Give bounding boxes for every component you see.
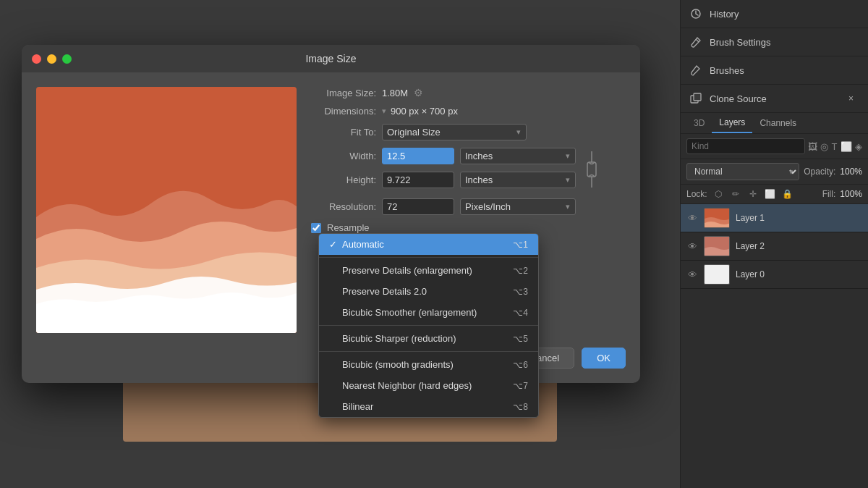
separator-2 (319, 325, 538, 326)
adjustment-icon[interactable]: ◎ (820, 138, 828, 154)
opacity-label: Opacity: (804, 167, 835, 177)
layer-item-1[interactable]: 👁 Layer 1 (681, 204, 868, 232)
dialog-title: Image Size (305, 53, 356, 64)
fit-to-wrapper: Original Size (382, 124, 527, 140)
svg-rect-4 (694, 93, 701, 101)
image-size-value: 1.80M (382, 88, 408, 98)
layer-item-0[interactable]: 👁 Layer 0 (681, 261, 868, 289)
resolution-input[interactable] (382, 198, 454, 215)
layers-tabs: 3D Layers Channels (681, 113, 868, 134)
width-label: Width: (311, 151, 376, 161)
ok-button[interactable]: OK (582, 348, 626, 369)
lock-label: Lock: (686, 189, 707, 199)
lock-transparent-icon[interactable]: ⬡ (712, 188, 725, 201)
layers-search-input[interactable] (686, 138, 805, 154)
shape-icon[interactable]: ⬜ (841, 138, 852, 154)
brushes-title: Brushes (710, 65, 744, 76)
fit-to-select[interactable]: Original Size (382, 124, 527, 140)
dropdown-item-bicubic-smoother[interactable]: Bicubic Smoother (enlargement) ⌥4 (319, 302, 538, 323)
item-label-automatic: Automatic (342, 239, 513, 250)
fill-value: 100% (840, 189, 862, 199)
resample-label: Resample (327, 222, 370, 233)
blend-mode-wrapper: Normal (686, 163, 799, 180)
dropdown-item-preserve-details[interactable]: Preserve Details (enlargement) ⌥2 (319, 260, 538, 281)
smartobject-icon[interactable]: ◈ (855, 138, 862, 154)
dropdown-item-bilinear[interactable]: Bilinear ⌥8 (319, 396, 538, 417)
resolution-unit-select[interactable]: Pixels/Inch Pixels/Cm (460, 198, 576, 215)
image-size-label: Image Size: (311, 88, 376, 98)
brush-settings-header[interactable]: Brush Settings (681, 28, 868, 56)
brushes-header[interactable]: Brushes (681, 56, 868, 84)
resample-row: Resample (311, 222, 626, 233)
brushes-section: Brushes (681, 56, 868, 85)
layer-name-2: Layer 2 (736, 241, 862, 251)
dimensions-row: Dimensions: ▾ 900 px × 700 px (311, 106, 626, 117)
history-icon (689, 7, 702, 20)
blend-mode-select[interactable]: Normal (686, 163, 799, 180)
resolution-unit-wrapper: Pixels/Inch Pixels/Cm (460, 198, 576, 215)
layers-toolbar: 🖼 ◎ T ⬜ ◈ (681, 134, 868, 159)
close-button[interactable] (32, 54, 41, 64)
minimize-button[interactable] (47, 54, 56, 64)
type-icon[interactable]: T (831, 138, 838, 154)
right-panel: History Brush Settings Brushes Clone S (680, 0, 868, 488)
maximize-button[interactable] (62, 54, 72, 64)
link-icon[interactable] (584, 148, 599, 191)
tab-layers[interactable]: Layers (712, 113, 752, 133)
layer-name-0: Layer 0 (736, 269, 862, 279)
dropdown-item-preserve-details-2[interactable]: Preserve Details 2.0 ⌥3 (319, 281, 538, 302)
dropdown-item-bicubic[interactable]: Bicubic (smooth gradients) ⌥6 (319, 354, 538, 375)
clone-source-icon (689, 92, 702, 105)
height-unit-select[interactable]: Inches Pixels Percent (460, 172, 576, 188)
wh-fields: Width: Inches Pixels Percent Height: (311, 148, 576, 191)
clone-source-section: Clone Source × (681, 85, 868, 113)
width-unit-select[interactable]: Inches Pixels Percent (460, 148, 576, 164)
traffic-lights (32, 54, 72, 64)
fill-label: Fill: (822, 189, 836, 199)
layer-thumb-1 (704, 208, 730, 228)
tab-channels[interactable]: Channels (752, 114, 804, 132)
height-input[interactable] (382, 172, 454, 188)
clone-source-left: Clone Source (689, 92, 767, 105)
clone-source-header[interactable]: Clone Source × (681, 85, 868, 112)
dimensions-value: 900 px × 700 px (391, 106, 458, 117)
opacity-value: 100% (840, 167, 862, 177)
clone-source-close[interactable]: × (843, 92, 859, 105)
dimensions-arrow[interactable]: ▾ (382, 106, 386, 116)
tab-3d[interactable]: 3D (686, 114, 712, 132)
lock-pixels-icon[interactable]: ✏ (729, 188, 742, 201)
layer-visibility-0[interactable]: 👁 (686, 269, 698, 280)
kind-image-icon[interactable]: 🖼 (808, 138, 817, 154)
history-header[interactable]: History (681, 0, 868, 28)
history-section: History (681, 0, 868, 28)
height-label: Height: (311, 174, 376, 185)
shortcut-bicubic: ⌥6 (513, 360, 528, 370)
width-input[interactable] (382, 148, 454, 164)
dropdown-item-nearest-neighbor[interactable]: Nearest Neighbor (hard edges) ⌥7 (319, 375, 538, 396)
dropdown-item-bicubic-sharper[interactable]: Bicubic Sharper (reduction) ⌥5 (319, 328, 538, 349)
height-row: Height: Inches Pixels Percent (311, 172, 576, 188)
blend-opacity-row: Normal Opacity: 100% (681, 159, 868, 185)
lock-all-icon[interactable]: 🔒 (781, 188, 794, 201)
image-size-row: Image Size: 1.80M ⚙ (311, 87, 626, 98)
lock-position-icon[interactable]: ✛ (746, 188, 760, 201)
fit-to-row: Fit To: Original Size (311, 124, 626, 140)
width-height-section: Width: Inches Pixels Percent Height: (311, 148, 626, 191)
lock-row: Lock: ⬡ ✏ ✛ ⬜ 🔒 Fill: 100% (681, 185, 868, 204)
brush-settings-section: Brush Settings (681, 28, 868, 56)
resample-checkbox[interactable] (311, 223, 321, 233)
item-label-nearest-neighbor: Nearest Neighbor (hard edges) (342, 380, 513, 391)
gear-icon[interactable]: ⚙ (414, 87, 423, 98)
lock-artboard-icon[interactable]: ⬜ (764, 188, 777, 201)
width-unit-wrapper: Inches Pixels Percent (460, 148, 576, 164)
resample-dropdown: ✓ Automatic ⌥1 Preserve Details (enlarge… (318, 233, 539, 418)
dropdown-item-automatic[interactable]: ✓ Automatic ⌥1 (319, 234, 538, 255)
resolution-row: Resolution: Pixels/Inch Pixels/Cm (311, 198, 626, 215)
layer-visibility-2[interactable]: 👁 (686, 240, 698, 252)
layer-visibility-1[interactable]: 👁 (686, 212, 698, 224)
item-label-bilinear: Bilinear (342, 401, 513, 412)
item-label-bicubic-sharper: Bicubic Sharper (reduction) (342, 333, 513, 344)
layer-item-2[interactable]: 👁 Layer 2 (681, 232, 868, 261)
check-icon: ✓ (329, 239, 342, 250)
shortcut-bicubic-smoother: ⌥4 (513, 308, 528, 318)
